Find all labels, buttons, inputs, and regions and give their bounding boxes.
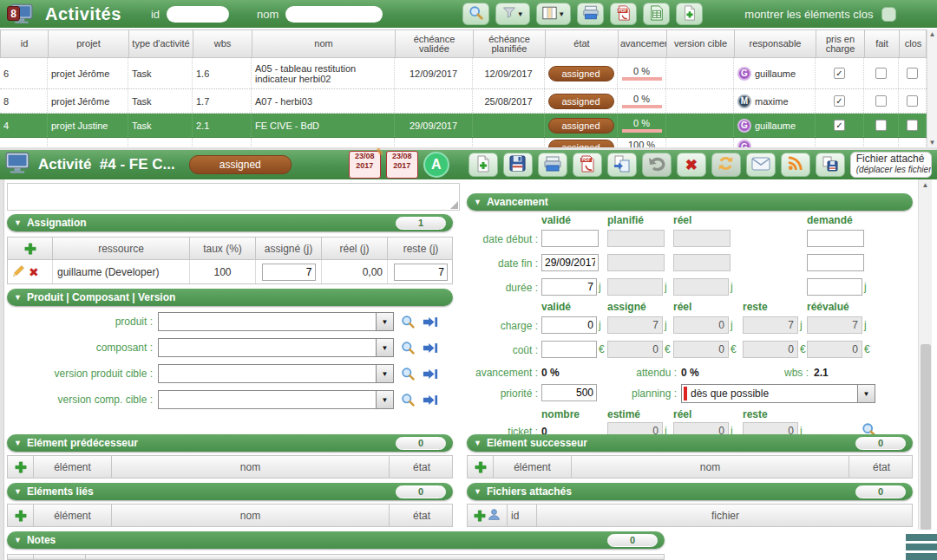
goto-arrow-icon[interactable] (423, 368, 438, 381)
column-header-wbs[interactable]: wbs (193, 30, 252, 57)
section-assignation[interactable]: ▼ Assignation 1 (7, 214, 453, 231)
search-icon[interactable] (401, 393, 416, 407)
user-upload-icon[interactable] (488, 508, 501, 524)
chevron-down-icon[interactable]: ▼ (376, 339, 393, 356)
section-produit[interactable]: ▼ Produit | Composant | Version (7, 289, 453, 306)
section-notes[interactable]: ▼ Notes 0 (7, 531, 665, 549)
add-icon[interactable] (15, 461, 27, 473)
scroll-up-icon[interactable]: ▲ (919, 179, 932, 189)
checkbox-pris-en-charge[interactable]: ✓ (834, 95, 845, 107)
column-header-avancement[interactable]: avancement (619, 30, 667, 57)
scrollbar-thumb[interactable] (921, 344, 931, 531)
nom-filter-input[interactable] (285, 6, 383, 23)
goto-arrow-icon[interactable] (423, 394, 438, 407)
table-row-selected[interactable]: 4 projet Justine Task 2.1 FE CIVE - BdD … (0, 114, 927, 138)
checkbox-fait[interactable] (875, 95, 887, 107)
section-elements-lies[interactable]: ▼ Eléments liés 0 (7, 483, 453, 500)
add-icon[interactable] (24, 243, 36, 255)
save-button[interactable] (503, 153, 533, 177)
table-row[interactable]: 8 projet Jérôme Task 1.7 A07 - herbi03 2… (0, 89, 927, 114)
search-icon[interactable] (401, 315, 416, 329)
print-button[interactable] (538, 153, 567, 177)
cout-valide-input[interactable] (541, 341, 597, 358)
checkbox-fait[interactable] (875, 120, 887, 131)
charge-valide-input[interactable] (541, 316, 597, 334)
checkbox-pris-en-charge[interactable]: ✓ (834, 120, 845, 131)
section-avancement[interactable]: ▼ Avancement (467, 193, 913, 211)
add-icon[interactable] (475, 461, 487, 473)
reste-input[interactable] (394, 264, 448, 281)
version-composant-select[interactable]: ▼ (158, 390, 394, 409)
add-icon[interactable] (474, 510, 486, 522)
composant-select[interactable]: ▼ (158, 338, 394, 357)
send-mail-button[interactable] (746, 153, 776, 177)
column-header-etat[interactable]: état (546, 30, 619, 57)
chevron-down-icon[interactable]: ▼ (376, 313, 393, 330)
duree-valide-input[interactable] (541, 278, 597, 296)
column-header-clos[interactable]: clos (900, 30, 927, 57)
assigne-input[interactable] (262, 264, 316, 281)
print-button[interactable] (577, 3, 604, 25)
checkbox-clos[interactable] (907, 120, 918, 131)
date-fin-valide-input[interactable] (541, 254, 599, 271)
undo-button[interactable] (642, 153, 672, 177)
checkbox-pris-en-charge[interactable]: ✓ (834, 68, 845, 79)
section-successeur[interactable]: ▼ Elément successeur 0 (467, 434, 913, 452)
date-debut-valide-input[interactable] (541, 230, 599, 247)
table-row[interactable]: 6 projet Jérôme Task 1.6 A05 - tableau r… (0, 58, 927, 89)
produit-select[interactable]: ▼ (158, 312, 394, 331)
copy-move-button[interactable] (607, 153, 637, 177)
detail-vertical-scrollbar[interactable]: ▲ (918, 179, 932, 560)
chevron-down-icon[interactable]: ▼ (857, 385, 875, 402)
section-predecesseur[interactable]: ▼ Elément prédécesseur 0 (7, 434, 453, 452)
filter-button[interactable]: ▼ (495, 3, 530, 25)
delete-x-icon[interactable]: ✖ (29, 266, 39, 278)
column-header-nom[interactable]: nom (252, 30, 396, 57)
scroll-up-icon[interactable]: ▲ (929, 30, 936, 38)
checkbox-fait[interactable] (875, 68, 887, 79)
column-header-projet[interactable]: projet (49, 30, 129, 57)
duree-demande-input[interactable] (807, 278, 862, 296)
chevron-down-icon[interactable]: ▼ (376, 391, 393, 408)
scroll-down-icon[interactable]: ▼ (929, 139, 936, 147)
rss-button[interactable] (781, 153, 810, 177)
delete-button[interactable]: ✖ (677, 153, 706, 177)
planning-select[interactable]: dès que possible ▼ (681, 384, 875, 403)
column-header-echeance-validee[interactable]: échéance validée (396, 30, 474, 57)
columns-button[interactable]: ▼ (536, 3, 571, 25)
column-header-fait[interactable]: fait (865, 30, 900, 57)
resize-handle-icon[interactable] (450, 201, 458, 209)
resize-grip-icon[interactable] (906, 530, 937, 560)
checkbox-clos[interactable] (907, 95, 918, 107)
priorite-input[interactable] (541, 384, 597, 401)
date-fin-demande-input[interactable] (807, 254, 864, 271)
edit-pencil-icon[interactable] (12, 264, 25, 280)
version-produit-select[interactable]: ▼ (158, 364, 394, 383)
export-pdf-button[interactable]: PDF (573, 153, 602, 177)
section-fichiers[interactable]: ▼ Fichiers attachés 0 (467, 483, 913, 500)
attachment-dropzone[interactable]: Fichier attaché (déplacer les fichiers i… (850, 152, 932, 178)
search-icon[interactable] (401, 341, 416, 355)
column-header-responsable[interactable]: responsable (735, 30, 816, 57)
refresh-button[interactable] (711, 153, 741, 177)
column-header-echeance-planifiee[interactable]: échéance planifiée (474, 30, 546, 57)
search-button[interactable] (462, 3, 489, 25)
id-filter-input[interactable] (167, 6, 229, 23)
goto-arrow-icon[interactable] (423, 342, 438, 355)
show-closed-checkbox[interactable] (881, 7, 896, 22)
new-item-button[interactable] (676, 3, 703, 25)
new-button[interactable] (468, 153, 498, 177)
export-csv-button[interactable] (643, 3, 670, 25)
chevron-down-icon[interactable]: ▼ (376, 365, 393, 382)
list-vertical-scrollbar[interactable]: ▲ ▼ (927, 29, 937, 147)
column-header-id[interactable]: id (1, 30, 49, 57)
date-debut-demande-input[interactable] (807, 230, 864, 247)
clone-button[interactable] (816, 153, 845, 177)
column-header-type[interactable]: type d'activité (129, 30, 193, 57)
column-header-pris-en-charge[interactable]: pris en charge (816, 30, 865, 57)
goto-arrow-icon[interactable] (423, 316, 438, 329)
description-textarea[interactable] (7, 183, 460, 211)
search-icon[interactable] (401, 367, 416, 381)
checkbox-clos[interactable] (907, 68, 918, 79)
export-pdf-button[interactable]: PDF (610, 3, 637, 25)
